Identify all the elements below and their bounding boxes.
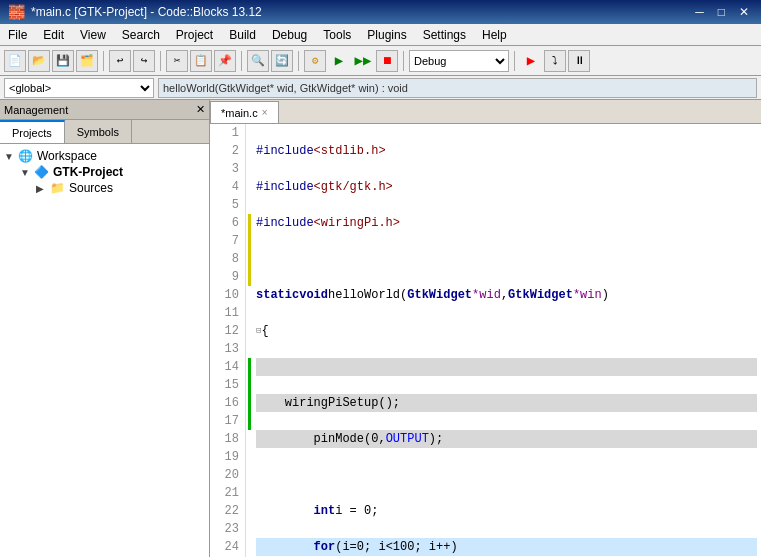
code-line-5: static void helloWorld (GtkWidget *wid, …	[256, 286, 757, 304]
code-area: *main.c × 12345 678910 1112131415 161718…	[210, 100, 761, 557]
project-tree: ▼ 🌐 Workspace ▼ 🔷 GTK-Project ▶ 📁 Source…	[0, 144, 209, 557]
new-btn[interactable]: 📄	[4, 50, 26, 72]
code-line-2: #include <gtk/gtk.h>	[256, 178, 757, 196]
green-bar	[248, 358, 251, 430]
menu-file[interactable]: File	[0, 24, 35, 45]
code-line-4	[256, 250, 757, 268]
tab-projects[interactable]: Projects	[0, 120, 65, 143]
code-line-12: for(i=0; i<100; i++)	[256, 538, 757, 556]
project-expand-icon: ▼	[20, 167, 30, 178]
menu-plugins[interactable]: Plugins	[359, 24, 414, 45]
replace-btn[interactable]: 🔄	[271, 50, 293, 72]
sep5	[403, 51, 404, 71]
find-btn[interactable]: 🔍	[247, 50, 269, 72]
menu-bar: File Edit View Search Project Build Debu…	[0, 24, 761, 46]
paste-btn[interactable]: 📌	[214, 50, 236, 72]
gutter	[246, 124, 252, 557]
menu-settings[interactable]: Settings	[415, 24, 474, 45]
main-area: Management ✕ Projects Symbols ▼ 🌐 Worksp…	[0, 100, 761, 557]
menu-tools[interactable]: Tools	[315, 24, 359, 45]
sources-folder-icon: 📁	[50, 181, 65, 195]
tab-symbols[interactable]: Symbols	[65, 120, 132, 143]
management-title: Management	[4, 104, 68, 116]
tree-workspace[interactable]: ▼ 🌐 Workspace	[4, 148, 205, 164]
line-numbers: 12345 678910 1112131415 1617181920 21222…	[210, 124, 246, 557]
management-header: Management ✕	[0, 100, 209, 120]
tab-main-c[interactable]: *main.c ×	[210, 101, 279, 123]
code-line-10	[256, 466, 757, 484]
project-label: GTK-Project	[53, 165, 123, 179]
redo-btn[interactable]: ↪	[133, 50, 155, 72]
workspace-icon: 🌐	[18, 149, 33, 163]
menu-build[interactable]: Build	[221, 24, 264, 45]
title-bar: 🧱 *main.c [GTK-Project] - Code::Blocks 1…	[0, 0, 761, 24]
sep6	[514, 51, 515, 71]
yellow-bar	[248, 214, 251, 286]
save-all-btn[interactable]: 🗂️	[76, 50, 98, 72]
scope-label-right: helloWorld(GtkWidget* wid, GtkWidget* wi…	[158, 78, 757, 98]
management-close-icon[interactable]: ✕	[196, 103, 205, 116]
debug-stop-btn[interactable]: ⏸	[568, 50, 590, 72]
cut-btn[interactable]: ✂	[166, 50, 188, 72]
menu-search[interactable]: Search	[114, 24, 168, 45]
toolbar: 📄 📂 💾 🗂️ ↩ ↪ ✂ 📋 📌 🔍 🔄 ⚙ ▶ ▶▶ ⏹ Debug Re…	[0, 46, 761, 76]
save-btn[interactable]: 💾	[52, 50, 74, 72]
menu-debug[interactable]: Debug	[264, 24, 315, 45]
tab-label: *main.c	[221, 107, 258, 119]
maximize-btn[interactable]: □	[714, 5, 729, 19]
build-btn[interactable]: ⚙	[304, 50, 326, 72]
sep1	[103, 51, 104, 71]
copy-btn[interactable]: 📋	[190, 50, 212, 72]
sep2	[160, 51, 161, 71]
build-run-btn[interactable]: ▶▶	[352, 50, 374, 72]
management-panel: Management ✕ Projects Symbols ▼ 🌐 Worksp…	[0, 100, 210, 557]
debug-config-select[interactable]: Debug Release	[409, 50, 509, 72]
sources-expand-icon: ▶	[36, 183, 46, 194]
code-line-9: pinMode (0, OUTPUT);	[256, 430, 757, 448]
menu-help[interactable]: Help	[474, 24, 515, 45]
workspace-expand-icon: ▼	[4, 151, 14, 162]
menu-view[interactable]: View	[72, 24, 114, 45]
debug-step-btn[interactable]: ⤵	[544, 50, 566, 72]
code-line-1: #include <stdlib.h>	[256, 142, 757, 160]
tree-sources[interactable]: ▶ 📁 Sources	[4, 180, 205, 196]
open-btn[interactable]: 📂	[28, 50, 50, 72]
code-line-8: wiringPiSetup();	[256, 394, 757, 412]
sources-label: Sources	[69, 181, 113, 195]
code-line-7	[256, 358, 757, 376]
debug-run-btn[interactable]: ▶	[520, 50, 542, 72]
app-icon: 🧱	[8, 4, 25, 20]
undo-btn[interactable]: ↩	[109, 50, 131, 72]
management-tabs: Projects Symbols	[0, 120, 209, 144]
workspace-label: Workspace	[37, 149, 97, 163]
code-line-3: #include <wiringPi.h>	[256, 214, 757, 232]
scope-bar: <global> helloWorld(GtkWidget* wid, GtkW…	[0, 76, 761, 100]
tab-bar: *main.c ×	[210, 100, 761, 124]
menu-project[interactable]: Project	[168, 24, 221, 45]
sep3	[241, 51, 242, 71]
minimize-btn[interactable]: ─	[691, 5, 708, 19]
code-line-11: int i = 0;	[256, 502, 757, 520]
title-text: *main.c [GTK-Project] - Code::Blocks 13.…	[31, 5, 262, 19]
code-editor[interactable]: #include <stdlib.h> #include <gtk/gtk.h>…	[252, 124, 761, 557]
code-content[interactable]: 12345 678910 1112131415 1617181920 21222…	[210, 124, 761, 557]
menu-edit[interactable]: Edit	[35, 24, 72, 45]
sep4	[298, 51, 299, 71]
close-btn[interactable]: ✕	[735, 5, 753, 19]
project-icon: 🔷	[34, 165, 49, 179]
scope-select-left[interactable]: <global>	[4, 78, 154, 98]
tab-close-icon[interactable]: ×	[262, 107, 268, 118]
tree-gtk-project[interactable]: ▼ 🔷 GTK-Project	[4, 164, 205, 180]
code-line-6: ⊟{	[256, 322, 757, 340]
run-btn[interactable]: ▶	[328, 50, 350, 72]
stop-btn[interactable]: ⏹	[376, 50, 398, 72]
